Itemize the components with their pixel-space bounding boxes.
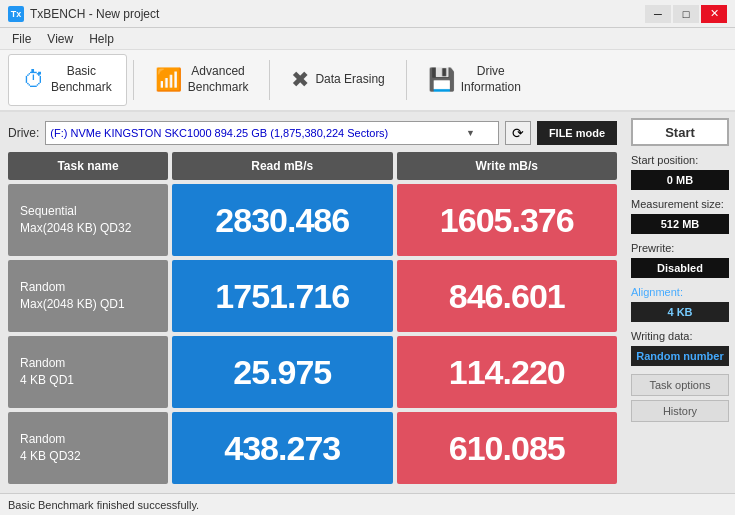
header-task-name: Task name — [8, 152, 168, 180]
toolbar-separator-2 — [269, 60, 270, 100]
table-row: RandomMax(2048 KB) QD1 1751.716 846.601 — [8, 260, 617, 332]
row-2-label: RandomMax(2048 KB) QD1 — [8, 260, 168, 332]
row-3-read: 25.975 — [172, 336, 393, 408]
drive-select-wrapper: (F:) NVMe KINGSTON SKC1000 894.25 GB (1,… — [45, 121, 499, 145]
right-panel: Start Start position: 0 MB Measurement s… — [625, 112, 735, 493]
menu-bar: File View Help — [0, 28, 735, 50]
table-header: Task name Read mB/s Write mB/s — [8, 152, 617, 180]
alignment-label: Alignment: — [631, 286, 729, 298]
table-row: Random4 KB QD1 25.975 114.220 — [8, 336, 617, 408]
header-write: Write mB/s — [397, 152, 618, 180]
window-controls: ─ □ ✕ — [645, 5, 727, 23]
task-options-button[interactable]: Task options — [631, 374, 729, 396]
main-panel: Drive: (F:) NVMe KINGSTON SKC1000 894.25… — [0, 112, 625, 493]
status-text: Basic Benchmark finished successfully. — [8, 499, 199, 511]
drive-icon: 💾 — [428, 67, 455, 93]
measurement-size-value: 512 MB — [631, 214, 729, 234]
drive-row: Drive: (F:) NVMe KINGSTON SKC1000 894.25… — [8, 120, 617, 146]
drive-refresh-button[interactable]: ⟳ — [505, 121, 531, 145]
row-3-label: Random4 KB QD1 — [8, 336, 168, 408]
drive-information-label: DriveInformation — [461, 64, 521, 95]
maximize-button[interactable]: □ — [673, 5, 699, 23]
toolbar-separator-1 — [133, 60, 134, 100]
row-4-read: 438.273 — [172, 412, 393, 484]
row-1-read: 2830.486 — [172, 184, 393, 256]
toolbar-separator-3 — [406, 60, 407, 100]
content-area: Drive: (F:) NVMe KINGSTON SKC1000 894.25… — [0, 112, 735, 493]
title-bar-left: Tx TxBENCH - New project — [8, 6, 159, 22]
minimize-button[interactable]: ─ — [645, 5, 671, 23]
file-mode-button[interactable]: FILE mode — [537, 121, 617, 145]
benchmark-table: Task name Read mB/s Write mB/s Sequentia… — [8, 152, 617, 485]
start-button[interactable]: Start — [631, 118, 729, 146]
measurement-size-label: Measurement size: — [631, 198, 729, 210]
writing-data-label: Writing data: — [631, 330, 729, 342]
start-position-value: 0 MB — [631, 170, 729, 190]
data-erasing-label: Data Erasing — [315, 72, 384, 88]
row-4-label: Random4 KB QD32 — [8, 412, 168, 484]
tab-drive-information[interactable]: 💾 DriveInformation — [413, 54, 536, 106]
menu-view[interactable]: View — [39, 30, 81, 48]
start-position-label: Start position: — [631, 154, 729, 166]
alignment-value: 4 KB — [631, 302, 729, 322]
drive-label: Drive: — [8, 126, 39, 140]
tab-data-erasing[interactable]: ✖ Data Erasing — [276, 54, 399, 106]
row-1-write: 1605.376 — [397, 184, 618, 256]
writing-data-value: Random number — [631, 346, 729, 366]
advanced-benchmark-label: AdvancedBenchmark — [188, 64, 249, 95]
table-row: Random4 KB QD32 438.273 610.085 — [8, 412, 617, 484]
row-2-read: 1751.716 — [172, 260, 393, 332]
erase-icon: ✖ — [291, 67, 309, 93]
window-title: TxBENCH - New project — [30, 7, 159, 21]
row-3-write: 114.220 — [397, 336, 618, 408]
row-4-write: 610.085 — [397, 412, 618, 484]
toolbar: ⏱ BasicBenchmark 📶 AdvancedBenchmark ✖ D… — [0, 50, 735, 112]
menu-help[interactable]: Help — [81, 30, 122, 48]
history-button[interactable]: History — [631, 400, 729, 422]
drive-select[interactable]: (F:) NVMe KINGSTON SKC1000 894.25 GB (1,… — [45, 121, 499, 145]
tab-advanced-benchmark[interactable]: 📶 AdvancedBenchmark — [140, 54, 264, 106]
row-2-write: 846.601 — [397, 260, 618, 332]
status-bar: Basic Benchmark finished successfully. — [0, 493, 735, 515]
prewrite-value: Disabled — [631, 258, 729, 278]
tab-basic-benchmark[interactable]: ⏱ BasicBenchmark — [8, 54, 127, 106]
row-1-label: SequentialMax(2048 KB) QD32 — [8, 184, 168, 256]
basic-benchmark-label: BasicBenchmark — [51, 64, 112, 95]
clock-icon: ⏱ — [23, 67, 45, 93]
title-bar: Tx TxBENCH - New project ─ □ ✕ — [0, 0, 735, 28]
menu-file[interactable]: File — [4, 30, 39, 48]
close-button[interactable]: ✕ — [701, 5, 727, 23]
table-row: SequentialMax(2048 KB) QD32 2830.486 160… — [8, 184, 617, 256]
prewrite-label: Prewrite: — [631, 242, 729, 254]
header-read: Read mB/s — [172, 152, 393, 180]
chart-icon: 📶 — [155, 67, 182, 93]
app-icon: Tx — [8, 6, 24, 22]
